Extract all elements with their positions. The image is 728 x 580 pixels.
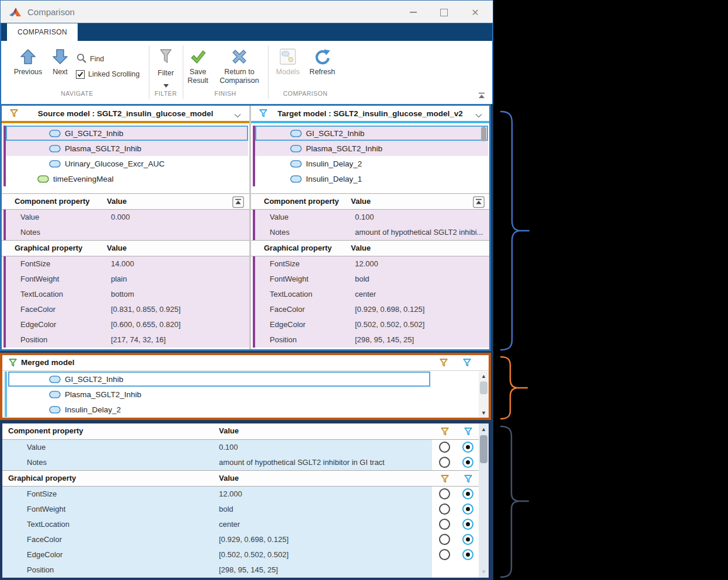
property-row[interactable]: Position [298, 95, 145, 25] bbox=[255, 332, 489, 348]
target-model-dropdown-chevron-icon[interactable] bbox=[475, 111, 482, 120]
minimize-button[interactable] bbox=[405, 5, 422, 19]
annotation-brace-details bbox=[501, 426, 528, 577]
details-property-row: Notes amount of hypothetical SGLT2 inhib… bbox=[2, 455, 489, 470]
save-result-button[interactable]: Save Result bbox=[184, 48, 211, 85]
target-choice-radio[interactable] bbox=[462, 519, 473, 530]
tab-comparison[interactable]: COMPARISON bbox=[7, 23, 78, 41]
property-row[interactable]: Notes bbox=[6, 225, 249, 240]
parameter-icon bbox=[37, 175, 49, 183]
search-icon bbox=[76, 53, 87, 66]
merged-target-funnel-icon[interactable] bbox=[462, 358, 472, 370]
property-row[interactable]: Position [217, 74, 32, 16] bbox=[6, 332, 249, 348]
maximize-icon bbox=[440, 9, 448, 16]
collapse-ribbon-button[interactable] bbox=[478, 91, 486, 102]
scroll-down-icon[interactable]: ▼ bbox=[479, 567, 489, 576]
target-choice-radio[interactable] bbox=[462, 488, 473, 499]
target-component-table-header: Component property Value bbox=[251, 193, 489, 210]
property-row[interactable]: FontWeight plain bbox=[6, 272, 249, 287]
merged-list-item[interactable]: Plasma_SGLT2_Inhib bbox=[8, 387, 430, 402]
property-row[interactable]: TextLocation bottom bbox=[6, 287, 249, 302]
source-choice-radio[interactable] bbox=[439, 488, 450, 499]
return-x-icon bbox=[231, 57, 248, 67]
merged-scrollbar-thumb[interactable] bbox=[480, 381, 487, 394]
collapse-table-icon bbox=[473, 196, 485, 208]
merged-list-item[interactable]: Insulin_Delay_2 bbox=[8, 402, 430, 417]
source-choice-radio[interactable] bbox=[439, 534, 450, 545]
merged-list-item[interactable]: GI_SGLT2_Inhib bbox=[8, 371, 430, 387]
collapse-table-button[interactable] bbox=[232, 196, 244, 208]
next-button[interactable]: Next bbox=[48, 48, 72, 77]
target-choice-radio[interactable] bbox=[462, 534, 473, 545]
species-icon bbox=[49, 406, 61, 414]
previous-arrow-icon bbox=[19, 57, 37, 67]
property-row[interactable]: FaceColor [0.831, 0.855, 0.925] bbox=[6, 302, 249, 317]
property-row[interactable]: EdgeColor [0.502, 0.502, 0.502] bbox=[255, 317, 489, 332]
source-list-item[interactable]: Urinary_Glucose_Excr_AUC bbox=[6, 156, 248, 171]
merged-filter-funnel-icon bbox=[8, 358, 18, 370]
details-property-row: EdgeColor [0.502, 0.502, 0.502] bbox=[2, 547, 489, 562]
target-list-item[interactable]: GI_SGLT2_Inhib bbox=[255, 126, 488, 141]
details-scrollbar-thumb[interactable] bbox=[480, 435, 487, 463]
models-button[interactable]: Models bbox=[272, 48, 304, 77]
property-row[interactable]: FontSize 14.000 bbox=[6, 256, 249, 272]
source-list-item[interactable]: GI_SGLT2_Inhib bbox=[6, 126, 248, 141]
matlab-logo-icon bbox=[9, 6, 22, 20]
return-to-comparison-button[interactable]: Return to Comparison bbox=[214, 48, 265, 85]
close-button[interactable]: ✕ bbox=[466, 5, 484, 19]
find-button[interactable]: Find bbox=[76, 53, 104, 66]
source-list-item[interactable]: timeEveningMeal bbox=[6, 171, 248, 186]
property-row[interactable]: EdgeColor [0.600, 0.655, 0.820] bbox=[6, 317, 249, 332]
merged-source-funnel-icon[interactable] bbox=[439, 358, 448, 370]
details-property-row: Value 0.100 bbox=[2, 440, 489, 455]
close-icon: ✕ bbox=[471, 7, 479, 18]
choose-source-funnel-icon[interactable] bbox=[440, 474, 450, 486]
scroll-up-icon[interactable]: ▲ bbox=[479, 425, 489, 434]
target-list-item[interactable]: Plasma_SGLT2_Inhib bbox=[255, 141, 488, 156]
merged-scrollbar[interactable]: ▲ ▼ bbox=[479, 371, 489, 418]
target-list-item[interactable]: Insulin_Delay_2 bbox=[255, 156, 488, 171]
source-model-dropdown-chevron-icon[interactable] bbox=[234, 111, 241, 120]
species-icon bbox=[49, 391, 61, 398]
property-row[interactable]: Value 0.000 bbox=[6, 210, 249, 225]
target-choice-radio[interactable] bbox=[462, 549, 473, 560]
source-choice-radio[interactable] bbox=[439, 549, 450, 560]
target-choice-radio[interactable] bbox=[462, 442, 473, 453]
annotation-brace-comparison bbox=[501, 112, 529, 350]
comparison-section: Source model : SGLT2_insulin_glucose_mod… bbox=[0, 104, 491, 351]
collapse-table-button[interactable] bbox=[473, 196, 485, 208]
details-component-table-header: Component property Value bbox=[2, 423, 489, 440]
choose-source-funnel-icon[interactable] bbox=[440, 427, 450, 439]
property-row[interactable]: Value 0.100 bbox=[255, 210, 489, 225]
maximize-button[interactable] bbox=[435, 5, 452, 19]
linked-scrolling-checkbox[interactable]: Linked Scrolling bbox=[76, 70, 140, 79]
group-label-filter: FILTER bbox=[151, 90, 181, 97]
filter-button[interactable]: Filter bbox=[152, 48, 180, 90]
property-row[interactable]: FontSize 12.000 bbox=[255, 256, 489, 272]
property-row[interactable]: TextLocation center bbox=[255, 287, 489, 302]
previous-button[interactable]: Previous bbox=[13, 48, 43, 77]
choose-target-funnel-icon[interactable] bbox=[464, 474, 473, 486]
target-choice-radio[interactable] bbox=[462, 457, 473, 468]
property-row[interactable]: Notes amount of hypothetical SGLT2 inhib… bbox=[255, 225, 489, 240]
source-model-header[interactable]: Source model : SGLT2_insulin_glucose_mod… bbox=[2, 106, 249, 121]
source-choice-radio[interactable] bbox=[439, 503, 450, 515]
target-list-scrollbar-thumb[interactable] bbox=[481, 127, 486, 141]
species-icon bbox=[290, 175, 302, 183]
refresh-button[interactable]: Refresh bbox=[307, 48, 337, 77]
source-list-item[interactable]: Plasma_SGLT2_Inhib bbox=[6, 141, 248, 156]
scroll-down-icon[interactable]: ▼ bbox=[479, 408, 489, 418]
choose-target-funnel-icon[interactable] bbox=[464, 427, 473, 439]
target-choice-radio[interactable] bbox=[462, 503, 473, 515]
details-scrollbar[interactable]: ▲ ▼ bbox=[479, 423, 489, 578]
scroll-up-icon[interactable]: ▲ bbox=[479, 371, 489, 381]
refresh-icon bbox=[314, 57, 331, 67]
source-choice-radio[interactable] bbox=[439, 519, 450, 530]
property-row[interactable]: FontWeight bold bbox=[255, 272, 489, 287]
property-row[interactable]: FaceColor [0.929, 0.698, 0.125] bbox=[255, 302, 489, 317]
target-graphical-table-header: Graphical property Value bbox=[251, 240, 489, 256]
target-model-header[interactable]: Target model : SGLT2_insulin_glucose_mod… bbox=[251, 106, 489, 121]
source-choice-radio[interactable] bbox=[439, 442, 450, 453]
target-list-item[interactable]: Insulin_Delay_1 bbox=[255, 171, 488, 186]
source-choice-radio[interactable] bbox=[439, 457, 450, 468]
next-arrow-icon bbox=[51, 57, 69, 67]
